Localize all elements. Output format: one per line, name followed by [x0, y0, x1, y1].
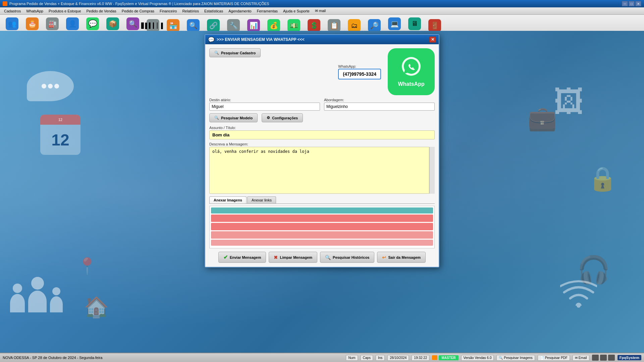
pesquisar-hist-label: Pesquisar Históricos [333, 255, 369, 259]
menu-ajuda-suporte[interactable]: Ajuda e Suporte [280, 7, 312, 14]
phone-number: (47)99795-3324 [338, 69, 381, 79]
aniver-icon: 🎂 [26, 17, 39, 30]
close-button[interactable]: ✕ [635, 1, 641, 6]
enviar-icon: ✔ [223, 254, 228, 260]
limpar-icon: ✖ [274, 255, 278, 260]
model-config-row: 🔍 Pesquisar Modelo ⚙ Configurações [209, 113, 435, 122]
search-cadastro-button[interactable]: 🔍 Pesquisar Cadastro [209, 48, 261, 57]
btn9-icon: 🔍 [187, 19, 200, 32]
whatsapp-dialog: 💬 >>> ENVIAR MENSAGEM VIA WHATSAPP <<< ✕… [205, 34, 439, 267]
whatsapp-logo-text: WhatsApp [398, 81, 424, 87]
menu-financeiro[interactable]: Financeiro [157, 7, 179, 14]
abordagem-label: Abordagem: [324, 98, 435, 102]
software-icon: 🖥 [408, 17, 421, 30]
status-icon [432, 355, 437, 360]
minimize-button[interactable]: ─ [622, 1, 628, 6]
money2-icon: 💵 [287, 19, 300, 32]
menu-bar: Cadastros WhatsApp Produtos e Estoque Pe… [0, 7, 644, 15]
status-indicator: MASTER [432, 355, 458, 360]
pesquisar-modelo-icon: 🔍 [214, 116, 219, 120]
menu-email[interactable]: ✉ mail [312, 7, 328, 14]
whatsapp-label-text: WhatsApp: (47)99795-3324 [338, 64, 381, 79]
message-textarea[interactable]: olá, venha conferir as novidades da loja [209, 147, 429, 194]
status-icon-2 [600, 355, 607, 361]
tabs-section: Anexar Imagens Anexar links [209, 196, 435, 248]
shop-icon: 🏪 [167, 19, 179, 32]
app-title: Programa Pedido de Vendas + Estoque & Fi… [9, 2, 269, 6]
sair-mensagem-button[interactable]: ↩ Sair da Mensagem [377, 252, 426, 263]
menu-pedido-compras[interactable]: Pedido de Compras [119, 7, 157, 14]
status-email[interactable]: ✉ Email [573, 355, 589, 361]
fpq-logo: FpqSystem [618, 355, 641, 360]
pdf-icon: 📄 [540, 356, 544, 360]
menu-estatisticas[interactable]: Estatísticas [202, 7, 226, 14]
dialog-top-row: 🔍 Pesquisar Cadastro WhatsApp: (47)99795… [209, 48, 435, 95]
destinatario-input[interactable] [209, 103, 320, 111]
status-master: MASTER [439, 355, 458, 360]
tab-anexar-links[interactable]: Anexar links [247, 196, 276, 203]
message-scrollbar[interactable] [429, 147, 435, 194]
pesquisar-historicos-button[interactable]: 🔍 Pesquisar Históricos [320, 252, 374, 263]
doc1-icon: 📋 [328, 19, 340, 32]
tab-anexar-imagens[interactable]: Anexar Imagens [209, 196, 247, 203]
limpar-mensagem-button[interactable]: ✖ Limpar Mensagem [269, 252, 317, 263]
dialog-title-icon: 💬 [208, 37, 215, 43]
status-icon-1 [592, 355, 599, 361]
title-bar-left: Programa Pedido de Vendas + Estoque & Fi… [3, 1, 269, 6]
status-bar: NOVA ODESSA - SP 28 de Outubro de 2024 -… [0, 353, 644, 362]
sair-label: Sair da Mensagem [388, 255, 421, 259]
bottom-buttons: ✔ Enviar Mensagem ✖ Limpar Mensagem 🔍 Pe… [209, 252, 435, 263]
status-versao: Versão Vendas 6.0 [461, 355, 494, 361]
btn11-icon: 🔧 [227, 19, 240, 32]
status-pesquisar-imagens[interactable]: 🔍 Pesquisar Imagens [496, 355, 535, 361]
pesquisar-modelo-label: Pesquisar Modelo [221, 116, 253, 120]
dialog-title-bar: 💬 >>> ENVIAR MENSAGEM VIA WHATSAPP <<< ✕ [205, 35, 439, 44]
search-section: 🔍 Pesquisar Cadastro [209, 48, 334, 57]
status-caps: Caps [361, 355, 373, 361]
configuracoes-label: Configurações [272, 116, 298, 120]
search2-icon: 🔎 [368, 19, 381, 32]
assunto-input[interactable] [209, 130, 435, 139]
maximize-button[interactable]: □ [629, 1, 635, 6]
pesquisar-modelo-button[interactable]: 🔍 Pesquisar Modelo [209, 113, 258, 122]
attachment-area [209, 206, 435, 248]
attach-row-3 [211, 223, 433, 230]
attach-row-5 [211, 240, 433, 246]
dialog-close-button[interactable]: ✕ [429, 37, 436, 43]
search-cadastro-label: Pesquisar Cadastro [221, 51, 256, 55]
menu-cadastros[interactable]: Cadastros [1, 7, 23, 14]
destinatario-col: Destin atário: [209, 98, 320, 111]
dialog-overlay: 💬 >>> ENVIAR MENSAGEM VIA WHATSAPP <<< ✕… [0, 31, 644, 353]
exit-icon: 🚪 [428, 19, 441, 32]
attach-row-1 [211, 207, 433, 214]
btn10-icon: 🔗 [207, 19, 220, 32]
configuracoes-button[interactable]: ⚙ Configurações [262, 113, 303, 122]
status-pesquisar-pdf[interactable]: 📄 Pesquisar PDF [538, 355, 570, 361]
attach-row-2 [211, 215, 433, 222]
produtos-icon: 📦 [106, 17, 119, 30]
title-bar: Programa Pedido de Vendas + Estoque & Fi… [0, 0, 644, 7]
descreva-label: Descreva a Mensagem: [209, 142, 435, 146]
money1-icon: 💰 [267, 19, 280, 32]
whatsapp-label: WhatsApp: [338, 64, 356, 68]
app-icon [3, 1, 7, 6]
enviar-mensagem-button[interactable]: ✔ Enviar Mensagem [218, 252, 266, 263]
menu-whatsapp[interactable]: WhatsApp [23, 7, 46, 14]
menu-pedido-vendas[interactable]: Pedido de Vendas [84, 7, 119, 14]
enviar-label: Enviar Mensagem [230, 255, 261, 259]
status-time: 19:32:22 [412, 355, 429, 361]
limpar-label: Limpar Mensagem [280, 255, 312, 259]
message-section: Descreva a Mensagem: olá, venha conferir… [209, 142, 435, 194]
dialog-title-left: 💬 >>> ENVIAR MENSAGEM VIA WHATSAPP <<< [208, 37, 305, 43]
abordagem-input[interactable] [324, 103, 435, 111]
tabs-bar: Anexar Imagens Anexar links [209, 196, 435, 204]
menu-relatorios[interactable]: Relatórios [179, 7, 202, 14]
title-bar-controls: ─ □ ✕ [622, 1, 641, 6]
whatsapp-logo: WhatsApp [388, 48, 435, 95]
menu-ferramentas[interactable]: Ferramentas [254, 7, 280, 14]
attach-row-4 [211, 231, 433, 239]
menu-agendamento[interactable]: Agendamento [226, 7, 254, 14]
menu-produtos-estoque[interactable]: Produtos e Estoque [46, 7, 84, 14]
status-date: 28/10/2024 [387, 355, 409, 361]
phone-logo-section: WhatsApp: (47)99795-3324 WhatsApp [338, 48, 435, 95]
